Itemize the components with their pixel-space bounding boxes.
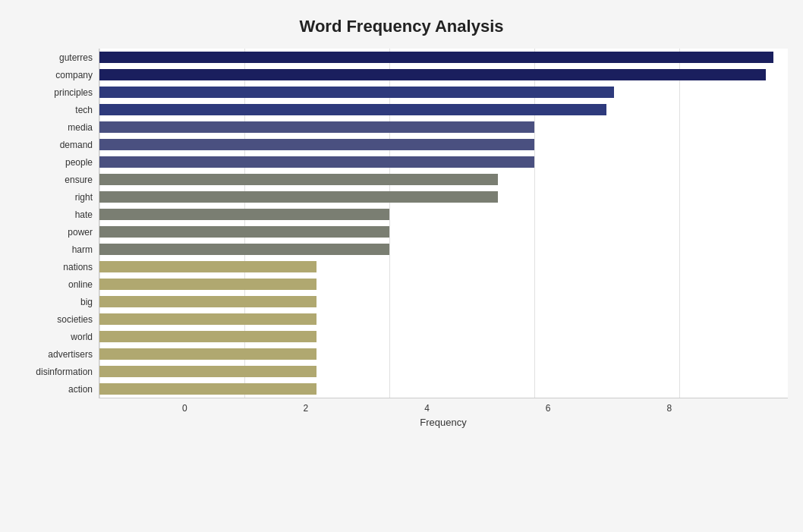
bar: [99, 104, 606, 115]
y-label: tech: [15, 105, 93, 115]
bar-row: [99, 102, 788, 118]
bar: [99, 69, 766, 80]
bar-row: [99, 241, 788, 258]
x-tick: 0: [182, 403, 187, 414]
x-axis-label: Frequency: [99, 417, 788, 428]
bar: [99, 226, 389, 237]
y-label: media: [15, 123, 93, 132]
chart-area: guterrescompanyprinciplestechmediademand…: [15, 49, 788, 398]
bar-row: [99, 259, 788, 275]
x-axis: 02468: [182, 398, 788, 414]
y-label: hate: [15, 210, 93, 219]
bar: [99, 261, 316, 272]
bar: [99, 331, 316, 342]
y-label: nations: [15, 263, 93, 272]
bar: [99, 156, 534, 167]
y-label: ensure: [15, 175, 93, 184]
bar: [99, 279, 316, 289]
bar-row: [99, 346, 788, 363]
chart-title: Word Frequency Analysis: [15, 8, 788, 49]
y-label: principles: [15, 88, 93, 97]
bar-row: [99, 189, 788, 206]
y-label: guterres: [15, 53, 93, 62]
bar: [99, 209, 389, 219]
y-label: online: [15, 280, 93, 289]
bar-row: [99, 224, 788, 241]
bar: [99, 52, 773, 62]
x-tick: 8: [666, 403, 672, 414]
bar: [99, 174, 498, 184]
bars-wrapper: [99, 49, 788, 398]
x-tick: 2: [304, 403, 309, 414]
bar: [99, 87, 614, 97]
bar: [99, 296, 316, 307]
bar-row: [99, 381, 788, 398]
bar-row: [99, 294, 788, 310]
bar: [99, 383, 316, 394]
bar: [99, 244, 389, 254]
bar-row: [99, 84, 788, 101]
chart-container: Word Frequency Analysis guterrescompanyp…: [0, 0, 803, 532]
y-label: action: [15, 385, 93, 394]
y-label: people: [15, 158, 93, 167]
y-label: disinformation: [15, 367, 93, 376]
bar: [99, 313, 316, 324]
y-label: harm: [15, 245, 93, 254]
bar: [99, 348, 316, 359]
y-label: right: [15, 193, 93, 202]
y-labels: guterrescompanyprinciplestechmediademand…: [15, 49, 99, 398]
x-tick: 4: [424, 403, 430, 414]
y-label: company: [15, 71, 93, 80]
y-label: advertisers: [15, 350, 93, 359]
bar: [99, 121, 534, 132]
bar-row: [99, 364, 788, 380]
bar-row: [99, 329, 788, 345]
y-label: world: [15, 332, 93, 342]
bar-row: [99, 172, 788, 188]
bar: [99, 366, 316, 376]
y-label: big: [15, 297, 93, 307]
bar-row: [99, 119, 788, 136]
bar: [99, 191, 498, 202]
bar-row: [99, 67, 788, 83]
bar: [99, 139, 534, 150]
bar-row: [99, 276, 788, 293]
y-label: societies: [15, 315, 93, 324]
bar-row: [99, 137, 788, 153]
y-label: power: [15, 228, 93, 237]
y-label: demand: [15, 140, 93, 150]
x-tick: 6: [546, 403, 551, 414]
bar-row: [99, 154, 788, 171]
bar-row: [99, 206, 788, 223]
bar-row: [99, 311, 788, 328]
bar-row: [99, 49, 788, 66]
